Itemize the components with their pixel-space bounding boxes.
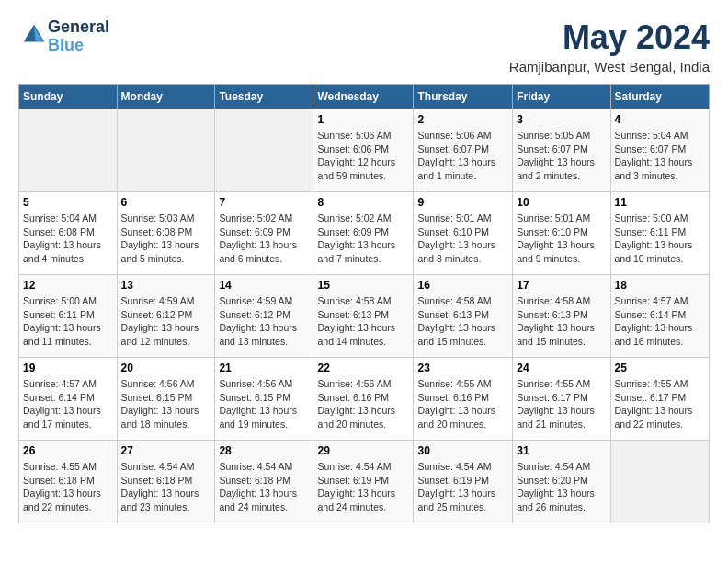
day-number: 11 — [615, 196, 705, 209]
day-number: 9 — [417, 196, 508, 209]
weekday-header-thursday: Thursday — [414, 85, 513, 109]
calendar-cell — [610, 441, 709, 523]
day-info: Sunrise: 4:56 AM Sunset: 6:15 PM Dayligh… — [121, 377, 211, 431]
calendar-cell: 8Sunrise: 5:02 AM Sunset: 6:09 PM Daylig… — [313, 192, 414, 275]
calendar-cell: 4Sunrise: 5:04 AM Sunset: 6:07 PM Daylig… — [610, 109, 709, 192]
calendar-cell: 14Sunrise: 4:59 AM Sunset: 6:12 PM Dayli… — [215, 275, 313, 358]
day-number: 5 — [23, 196, 113, 209]
day-number: 15 — [317, 279, 409, 292]
day-info: Sunrise: 4:56 AM Sunset: 6:15 PM Dayligh… — [219, 377, 309, 431]
day-info: Sunrise: 5:03 AM Sunset: 6:08 PM Dayligh… — [121, 212, 211, 266]
calendar-cell: 16Sunrise: 4:58 AM Sunset: 6:13 PM Dayli… — [414, 275, 513, 358]
calendar-cell: 1Sunrise: 5:06 AM Sunset: 6:06 PM Daylig… — [313, 109, 414, 192]
day-number: 3 — [517, 113, 606, 126]
week-row-1: 1Sunrise: 5:06 AM Sunset: 6:06 PM Daylig… — [19, 109, 710, 192]
calendar-cell: 28Sunrise: 4:54 AM Sunset: 6:18 PM Dayli… — [215, 441, 313, 523]
week-row-3: 12Sunrise: 5:00 AM Sunset: 6:11 PM Dayli… — [19, 275, 710, 358]
calendar-cell: 21Sunrise: 4:56 AM Sunset: 6:15 PM Dayli… — [215, 358, 313, 441]
calendar-cell: 17Sunrise: 4:58 AM Sunset: 6:13 PM Dayli… — [513, 275, 610, 358]
day-info: Sunrise: 4:55 AM Sunset: 6:17 PM Dayligh… — [615, 377, 705, 431]
weekday-header-sunday: Sunday — [19, 85, 118, 109]
day-info: Sunrise: 4:54 AM Sunset: 6:19 PM Dayligh… — [417, 460, 508, 514]
day-number: 4 — [615, 113, 705, 126]
calendar-cell — [215, 109, 313, 192]
weekday-header-wednesday: Wednesday — [313, 85, 414, 109]
day-number: 27 — [121, 444, 211, 457]
calendar-body: 1Sunrise: 5:06 AM Sunset: 6:06 PM Daylig… — [19, 109, 710, 523]
calendar-cell — [117, 109, 215, 192]
day-info: Sunrise: 4:54 AM Sunset: 6:18 PM Dayligh… — [121, 460, 211, 514]
weekday-header-friday: Friday — [513, 85, 610, 109]
day-number: 25 — [615, 362, 705, 374]
day-number: 10 — [517, 196, 606, 209]
day-info: Sunrise: 4:58 AM Sunset: 6:13 PM Dayligh… — [517, 294, 606, 349]
day-info: Sunrise: 4:59 AM Sunset: 6:12 PM Dayligh… — [121, 294, 211, 349]
day-number: 16 — [417, 279, 508, 292]
day-info: Sunrise: 4:55 AM Sunset: 6:18 PM Dayligh… — [23, 460, 113, 514]
calendar-cell: 5Sunrise: 5:04 AM Sunset: 6:08 PM Daylig… — [19, 192, 118, 275]
weekday-header-tuesday: Tuesday — [215, 85, 313, 109]
day-info: Sunrise: 4:58 AM Sunset: 6:13 PM Dayligh… — [417, 294, 508, 349]
day-info: Sunrise: 5:04 AM Sunset: 6:07 PM Dayligh… — [615, 129, 705, 183]
day-number: 28 — [219, 444, 309, 457]
weekday-header-row: SundayMondayTuesdayWednesdayThursdayFrid… — [19, 85, 710, 109]
calendar-cell: 22Sunrise: 4:56 AM Sunset: 6:16 PM Dayli… — [313, 358, 414, 441]
location: Ramjibanpur, West Bengal, India — [509, 59, 710, 75]
day-info: Sunrise: 4:56 AM Sunset: 6:16 PM Dayligh… — [317, 377, 409, 431]
day-number: 6 — [121, 196, 211, 209]
day-info: Sunrise: 5:06 AM Sunset: 6:07 PM Dayligh… — [417, 129, 508, 183]
day-info: Sunrise: 4:57 AM Sunset: 6:14 PM Dayligh… — [615, 294, 705, 349]
day-info: Sunrise: 5:00 AM Sunset: 6:11 PM Dayligh… — [23, 294, 113, 349]
calendar-cell: 24Sunrise: 4:55 AM Sunset: 6:17 PM Dayli… — [513, 358, 610, 441]
day-number: 29 — [317, 444, 409, 457]
calendar-header: SundayMondayTuesdayWednesdayThursdayFrid… — [19, 85, 710, 109]
calendar-cell: 9Sunrise: 5:01 AM Sunset: 6:10 PM Daylig… — [414, 192, 513, 275]
day-number: 23 — [417, 362, 508, 374]
day-number: 21 — [219, 362, 309, 374]
week-row-2: 5Sunrise: 5:04 AM Sunset: 6:08 PM Daylig… — [19, 192, 710, 275]
calendar-cell: 23Sunrise: 4:55 AM Sunset: 6:16 PM Dayli… — [414, 358, 513, 441]
logo-text: General Blue — [48, 18, 109, 55]
day-info: Sunrise: 4:55 AM Sunset: 6:17 PM Dayligh… — [517, 377, 606, 431]
day-info: Sunrise: 5:04 AM Sunset: 6:08 PM Dayligh… — [23, 212, 113, 266]
day-info: Sunrise: 5:06 AM Sunset: 6:06 PM Dayligh… — [317, 129, 409, 183]
calendar-cell: 19Sunrise: 4:57 AM Sunset: 6:14 PM Dayli… — [19, 358, 118, 441]
page-header: General Blue May 2024 Ramjibanpur, West … — [18, 18, 710, 75]
weekday-header-monday: Monday — [117, 85, 215, 109]
day-number: 17 — [517, 279, 606, 292]
calendar-cell: 13Sunrise: 4:59 AM Sunset: 6:12 PM Dayli… — [117, 275, 215, 358]
calendar-cell: 15Sunrise: 4:58 AM Sunset: 6:13 PM Dayli… — [313, 275, 414, 358]
day-info: Sunrise: 5:05 AM Sunset: 6:07 PM Dayligh… — [517, 129, 606, 183]
day-number: 13 — [121, 279, 211, 292]
day-info: Sunrise: 5:02 AM Sunset: 6:09 PM Dayligh… — [317, 212, 409, 266]
calendar-cell: 29Sunrise: 4:54 AM Sunset: 6:19 PM Dayli… — [313, 441, 414, 523]
week-row-4: 19Sunrise: 4:57 AM Sunset: 6:14 PM Dayli… — [19, 358, 710, 441]
logo: General Blue — [18, 18, 109, 55]
day-number: 8 — [317, 196, 409, 209]
day-info: Sunrise: 5:02 AM Sunset: 6:09 PM Dayligh… — [219, 212, 309, 266]
calendar-table: SundayMondayTuesdayWednesdayThursdayFrid… — [18, 84, 710, 523]
day-info: Sunrise: 4:58 AM Sunset: 6:13 PM Dayligh… — [317, 294, 409, 349]
day-number: 20 — [121, 362, 211, 374]
day-number: 18 — [615, 279, 705, 292]
day-number: 12 — [23, 279, 113, 292]
day-number: 1 — [317, 113, 409, 126]
day-number: 31 — [517, 444, 606, 457]
calendar-cell: 2Sunrise: 5:06 AM Sunset: 6:07 PM Daylig… — [414, 109, 513, 192]
day-number: 7 — [219, 196, 309, 209]
day-info: Sunrise: 4:54 AM Sunset: 6:19 PM Dayligh… — [317, 460, 409, 514]
calendar-cell: 12Sunrise: 5:00 AM Sunset: 6:11 PM Dayli… — [19, 275, 118, 358]
calendar-cell: 30Sunrise: 4:54 AM Sunset: 6:19 PM Dayli… — [414, 441, 513, 523]
calendar-cell: 3Sunrise: 5:05 AM Sunset: 6:07 PM Daylig… — [513, 109, 610, 192]
month-title: May 2024 — [509, 18, 710, 57]
day-number: 2 — [417, 113, 508, 126]
calendar-cell: 26Sunrise: 4:55 AM Sunset: 6:18 PM Dayli… — [19, 441, 118, 523]
week-row-5: 26Sunrise: 4:55 AM Sunset: 6:18 PM Dayli… — [19, 441, 710, 523]
day-info: Sunrise: 5:00 AM Sunset: 6:11 PM Dayligh… — [615, 212, 705, 266]
weekday-header-saturday: Saturday — [610, 85, 709, 109]
day-info: Sunrise: 4:55 AM Sunset: 6:16 PM Dayligh… — [417, 377, 508, 431]
day-number: 30 — [417, 444, 508, 457]
calendar-cell: 11Sunrise: 5:00 AM Sunset: 6:11 PM Dayli… — [610, 192, 709, 275]
day-number: 24 — [517, 362, 606, 374]
day-info: Sunrise: 4:54 AM Sunset: 6:18 PM Dayligh… — [219, 460, 309, 514]
